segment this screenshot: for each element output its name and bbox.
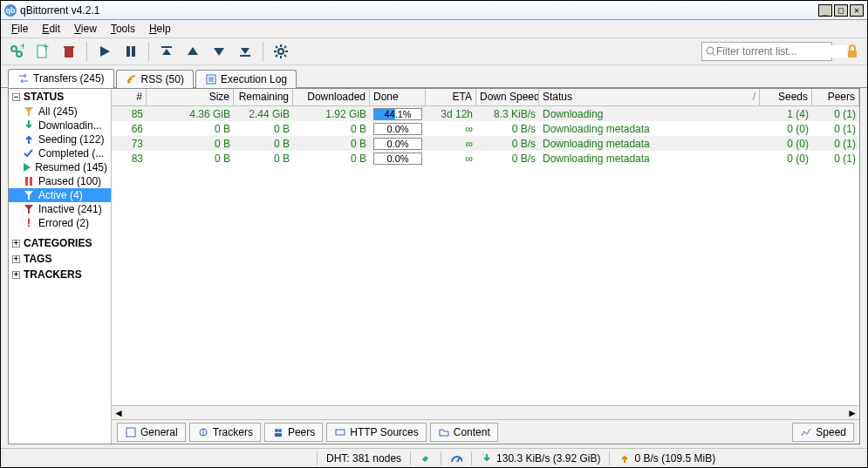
body: −STATUS All (245) Downloadin... Seeding … bbox=[8, 88, 860, 444]
col-status[interactable]: Status/ bbox=[539, 89, 760, 105]
status-connection[interactable] bbox=[413, 452, 439, 465]
cell-seeds: 0 (0) bbox=[760, 123, 812, 135]
status-down[interactable]: 130.3 KiB/s (3.92 GiB) bbox=[474, 452, 607, 465]
horizontal-scrollbar[interactable]: ◄ ► bbox=[112, 405, 859, 419]
sidebar-item-errored[interactable]: !Errored (2) bbox=[9, 216, 111, 230]
col-remaining[interactable]: Remaining bbox=[234, 89, 293, 105]
svg-marker-38 bbox=[24, 191, 33, 200]
detail-tab-general[interactable]: General bbox=[117, 423, 186, 442]
col-done[interactable]: Done bbox=[370, 89, 426, 105]
col-seeds[interactable]: Seeds bbox=[760, 89, 812, 105]
close-button[interactable]: ✕ bbox=[850, 4, 864, 17]
filter-icon bbox=[23, 105, 35, 118]
cell-num: 85 bbox=[112, 108, 147, 120]
sidebar-item-seeding[interactable]: Seeding (122) bbox=[9, 132, 111, 146]
up-arrow-icon bbox=[619, 452, 631, 465]
tab-execlog[interactable]: Execution Log bbox=[195, 70, 297, 88]
col-downspeed[interactable]: Down Speed bbox=[476, 89, 539, 105]
scroll-right-icon[interactable]: ► bbox=[847, 407, 858, 419]
table-row[interactable]: 830 B0 B0 B0.0%∞0 B/sDownloading metadat… bbox=[112, 151, 859, 166]
cell-downspeed: 0 B/s bbox=[476, 153, 539, 165]
menu-view[interactable]: View bbox=[69, 21, 102, 37]
move-up-button[interactable] bbox=[182, 41, 203, 62]
detail-tab-speed[interactable]: Speed bbox=[792, 423, 854, 442]
add-link-button[interactable]: + bbox=[6, 41, 27, 62]
plug-icon bbox=[420, 452, 432, 465]
sidebar-item-active[interactable]: Active (4) bbox=[9, 188, 111, 202]
svg-rect-40 bbox=[126, 428, 135, 437]
table-row[interactable]: 854.36 GiB2.44 GiB1.92 GiB44.1%3d 12h8.3… bbox=[112, 106, 859, 121]
status-up[interactable]: 0 B/s (109.5 MiB) bbox=[612, 452, 722, 465]
move-down-button[interactable] bbox=[208, 41, 229, 62]
expand-icon: + bbox=[12, 271, 20, 279]
info-icon bbox=[125, 426, 137, 438]
cell-downloaded: 0 B bbox=[293, 123, 370, 135]
svg-marker-12 bbox=[162, 49, 171, 55]
delete-button[interactable] bbox=[58, 41, 79, 62]
toolbar: + + bbox=[1, 37, 867, 65]
status-speedlimit[interactable] bbox=[443, 452, 469, 465]
chart-icon bbox=[800, 426, 812, 438]
menu-tools[interactable]: Tools bbox=[106, 21, 140, 37]
pause-button[interactable] bbox=[120, 41, 141, 62]
col-downloaded[interactable]: Downloaded bbox=[293, 89, 370, 105]
svg-rect-37 bbox=[30, 177, 32, 186]
col-size[interactable]: Size bbox=[147, 89, 234, 105]
svg-point-44 bbox=[278, 429, 282, 432]
menu-edit[interactable]: Edit bbox=[37, 21, 65, 37]
search-input[interactable] bbox=[716, 45, 847, 58]
cell-seeds: 0 (0) bbox=[760, 138, 812, 150]
maximize-button[interactable]: □ bbox=[834, 4, 848, 17]
cell-size: 0 B bbox=[147, 153, 234, 165]
tab-transfers[interactable]: Transfers (245) bbox=[8, 69, 114, 88]
app-icon: qb bbox=[4, 4, 17, 17]
svg-line-47 bbox=[457, 458, 460, 462]
table-row[interactable]: 730 B0 B0 B0.0%∞0 B/sDownloading metadat… bbox=[112, 136, 859, 151]
sidebar-status-header[interactable]: −STATUS bbox=[9, 89, 111, 105]
sidebar-item-paused[interactable]: Paused (100) bbox=[9, 174, 111, 188]
menu-file[interactable]: File bbox=[6, 21, 33, 37]
scroll-left-icon[interactable]: ◄ bbox=[113, 407, 124, 419]
sidebar-trackers-header[interactable]: +TRACKERS bbox=[9, 267, 111, 282]
table-row[interactable]: 660 B0 B0 B0.0%∞0 B/sDownloading metadat… bbox=[112, 121, 859, 136]
sidebar-item-completed[interactable]: Completed (... bbox=[9, 146, 111, 160]
tab-rss[interactable]: RSS (50) bbox=[116, 70, 194, 88]
grid-header: # Size Remaining Downloaded Done ETA Dow… bbox=[112, 89, 859, 106]
svg-rect-36 bbox=[25, 177, 28, 186]
sidebar-item-inactive[interactable]: Inactive (241) bbox=[9, 202, 111, 216]
torrent-list[interactable]: 854.36 GiB2.44 GiB1.92 GiB44.1%3d 12h8.3… bbox=[112, 106, 859, 405]
sidebar-item-downloading[interactable]: Downloadin... bbox=[9, 119, 111, 132]
app-window: qb qBittorrent v4.2.1 _ □ ✕ File Edit Vi… bbox=[0, 0, 868, 468]
lock-button[interactable] bbox=[843, 42, 862, 61]
detail-tab-content[interactable]: Content bbox=[430, 423, 498, 442]
menu-help[interactable]: Help bbox=[144, 21, 176, 37]
cell-downspeed: 0 B/s bbox=[476, 123, 539, 135]
sidebar-item-resumed[interactable]: Resumed (145) bbox=[9, 160, 111, 174]
move-top-button[interactable] bbox=[156, 41, 177, 62]
status-dht[interactable]: DHT: 381 nodes bbox=[319, 452, 408, 465]
col-eta[interactable]: ETA bbox=[426, 89, 476, 105]
sidebar-tags-header[interactable]: +TAGS bbox=[9, 251, 111, 267]
cell-peers: 0 (1) bbox=[812, 138, 859, 150]
search-box[interactable] bbox=[701, 42, 832, 61]
settings-button[interactable] bbox=[270, 41, 291, 62]
svg-line-22 bbox=[276, 46, 277, 48]
move-bottom-button[interactable] bbox=[235, 41, 256, 62]
minimize-button[interactable]: _ bbox=[818, 4, 832, 17]
detail-tab-peers[interactable]: Peers bbox=[264, 423, 323, 442]
play-icon bbox=[23, 161, 31, 173]
add-file-button[interactable]: + bbox=[32, 41, 53, 62]
sidebar-item-all[interactable]: All (245) bbox=[9, 105, 111, 119]
resume-button[interactable] bbox=[94, 41, 115, 62]
sidebar-categories-header[interactable]: +CATEGORIES bbox=[9, 235, 111, 251]
peers-icon bbox=[272, 426, 284, 438]
main-panel: # Size Remaining Downloaded Done ETA Dow… bbox=[112, 89, 859, 444]
svg-rect-10 bbox=[132, 46, 135, 57]
col-num[interactable]: # bbox=[112, 89, 147, 105]
svg-line-23 bbox=[284, 55, 286, 57]
col-peers[interactable]: Peers bbox=[812, 89, 859, 105]
check-icon bbox=[23, 147, 35, 159]
detail-tab-trackers[interactable]: Trackers bbox=[189, 423, 261, 442]
detail-tab-http[interactable]: HTTP Sources bbox=[326, 423, 426, 442]
svg-marker-14 bbox=[214, 48, 224, 56]
